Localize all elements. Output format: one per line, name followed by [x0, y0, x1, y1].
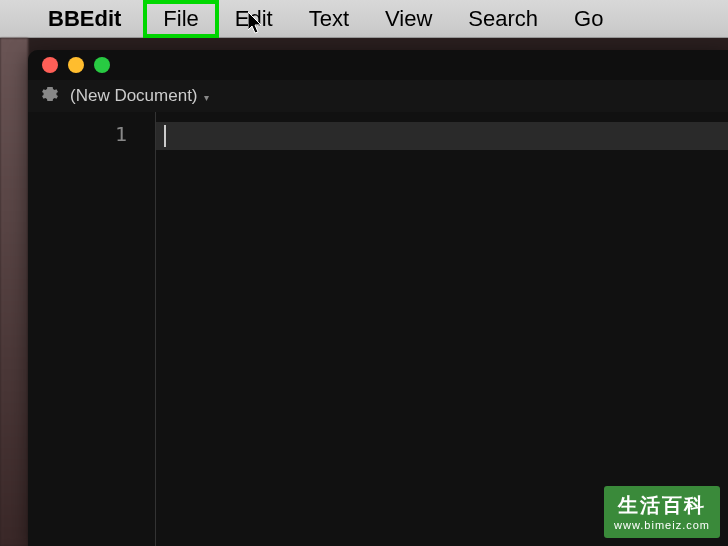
- system-menubar: BBEdit File Edit Text View Search Go: [0, 0, 728, 38]
- menu-file[interactable]: File: [145, 2, 216, 36]
- desktop-background: [0, 38, 28, 546]
- text-cursor-icon: [164, 125, 166, 147]
- editor-window: (New Document) ▾ 1: [28, 50, 728, 546]
- window-titlebar[interactable]: [28, 50, 728, 80]
- menu-search[interactable]: Search: [450, 2, 556, 36]
- minimize-icon[interactable]: [68, 57, 84, 73]
- document-title-label: (New Document): [70, 86, 198, 105]
- current-line-highlight: [156, 122, 728, 150]
- editor-area: 1: [28, 112, 728, 546]
- chevron-down-icon: ▾: [204, 92, 209, 103]
- menu-text[interactable]: Text: [291, 2, 367, 36]
- watermark-title: 生活百科: [614, 492, 710, 518]
- menu-view[interactable]: View: [367, 2, 450, 36]
- close-icon[interactable]: [42, 57, 58, 73]
- line-number-gutter: 1: [28, 112, 156, 546]
- app-name-menu[interactable]: BBEdit: [48, 6, 121, 32]
- menu-edit[interactable]: Edit: [217, 2, 291, 36]
- document-toolbar: (New Document) ▾: [28, 80, 728, 112]
- watermark-badge: 生活百科 www.bimeiz.com: [604, 486, 720, 538]
- maximize-icon[interactable]: [94, 57, 110, 73]
- line-number: 1: [28, 122, 127, 146]
- menu-go[interactable]: Go: [556, 2, 621, 36]
- document-title-dropdown[interactable]: (New Document) ▾: [70, 86, 209, 106]
- gear-icon[interactable]: [42, 86, 58, 106]
- text-editor[interactable]: [156, 112, 728, 546]
- watermark-url: www.bimeiz.com: [614, 518, 710, 532]
